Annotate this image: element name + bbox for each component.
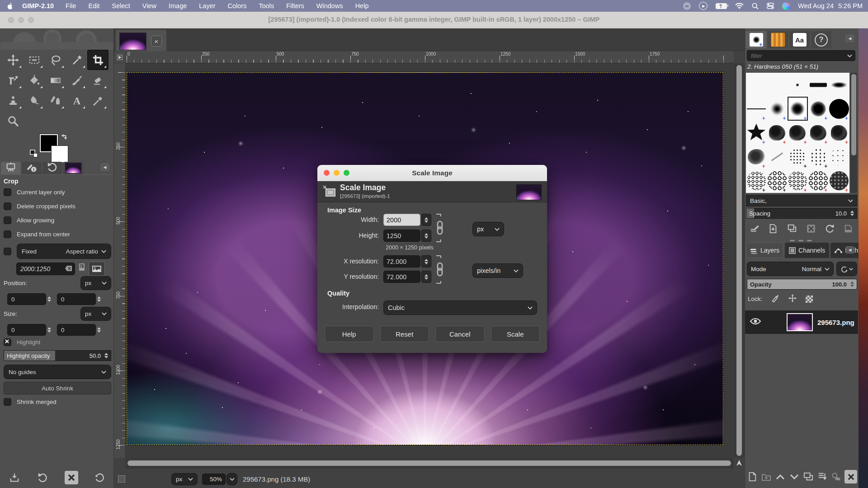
- size-width-stepper[interactable]: [46, 324, 52, 336]
- brush-group-dropdown[interactable]: Basic,: [746, 195, 857, 206]
- crop-tool-button[interactable]: [87, 50, 108, 70]
- spacing-slider[interactable]: Spacing 10.0: [746, 208, 857, 219]
- brush-circle-solid[interactable]: [829, 97, 849, 121]
- lock-position-icon[interactable]: [788, 294, 797, 304]
- resolution-unit-dropdown[interactable]: pixels/in: [472, 263, 523, 278]
- brush-empty[interactable]: [746, 73, 767, 97]
- menu-item-help[interactable]: Help: [355, 2, 369, 9]
- horizontal-ruler[interactable]: 02505007501000125015001750: [126, 51, 734, 63]
- menu-item-view[interactable]: View: [142, 2, 156, 9]
- horizontal-scrollbar-thumb[interactable]: [127, 460, 731, 466]
- resolution-chain-icon[interactable]: [435, 255, 445, 286]
- help-button[interactable]: Help: [325, 326, 374, 342]
- bucket-fill-tool-button[interactable]: [24, 70, 45, 90]
- delete-layer-icon[interactable]: [844, 470, 857, 483]
- play-circle-icon[interactable]: ▶: [699, 2, 708, 10]
- brush-dot-tiny[interactable]: [788, 73, 808, 97]
- lower-layer-icon[interactable]: [788, 470, 800, 483]
- duplicate-layer-icon[interactable]: [802, 470, 814, 483]
- brush-filter-box[interactable]: [747, 50, 855, 61]
- brushes-collapse-icon[interactable]: ◀: [846, 35, 854, 42]
- image-tab-close-icon[interactable]: ×: [151, 36, 162, 47]
- x-resolution-input[interactable]: [383, 255, 420, 267]
- width-stepper[interactable]: [421, 214, 431, 226]
- checkbox-current-layer-only[interactable]: Current layer only: [4, 188, 65, 196]
- tab-undo-history[interactable]: [42, 162, 62, 174]
- save-tool-preset-icon[interactable]: [8, 471, 21, 484]
- vertical-scrollbar[interactable]: [734, 63, 745, 458]
- position-unit-dropdown[interactable]: px: [80, 276, 111, 290]
- position-y-stepper[interactable]: [96, 293, 102, 305]
- menu-item-tools[interactable]: Tools: [259, 2, 274, 9]
- delete-brush-icon[interactable]: [804, 222, 818, 235]
- brush-grid-scrollbar-thumb[interactable]: [851, 74, 856, 155]
- control-center-icon[interactable]: [767, 3, 774, 9]
- lock-pixels-icon[interactable]: [771, 294, 779, 304]
- size-width-input[interactable]: [7, 324, 46, 336]
- menu-item-layer[interactable]: Layer: [199, 2, 215, 9]
- size-height-stepper[interactable]: [96, 324, 102, 336]
- clone-tool-button[interactable]: [2, 90, 24, 111]
- background-color-swatch[interactable]: [52, 146, 68, 162]
- rectangle-select-tool-button[interactable]: [24, 50, 45, 70]
- guides-dropdown[interactable]: No guides: [4, 365, 111, 379]
- position-x-input[interactable]: [7, 293, 46, 305]
- color-picker-tool-button[interactable]: [87, 90, 108, 111]
- opacity-stepper[interactable]: [849, 282, 855, 287]
- restore-tool-preset-icon[interactable]: [36, 471, 50, 484]
- brush-charcoal[interactable]: [788, 121, 808, 145]
- reset-button[interactable]: Reset: [380, 326, 429, 342]
- checkbox-box[interactable]: [4, 216, 11, 224]
- tab-patterns[interactable]: [768, 31, 788, 48]
- edit-brush-icon[interactable]: [748, 222, 761, 235]
- lock-alpha-icon[interactable]: [806, 296, 813, 303]
- brush-filter-input[interactable]: [750, 52, 847, 60]
- fuzzy-select-tool-button[interactable]: [66, 50, 87, 70]
- brush-texture[interactable]: [767, 192, 788, 193]
- brush-speckle[interactable]: [788, 145, 808, 169]
- checkbox-box[interactable]: [4, 230, 11, 238]
- fixed-aspect-dropdown[interactable]: Fixed Aspect ratio: [17, 244, 111, 259]
- menu-item-file[interactable]: File: [66, 2, 76, 9]
- new-layer-icon[interactable]: [746, 470, 758, 483]
- cancel-button[interactable]: Cancel: [435, 326, 485, 342]
- brush-speckle-b[interactable]: [808, 145, 829, 169]
- active-app-name[interactable]: GIMP-2.10: [22, 2, 54, 9]
- brush-ellipse-soft[interactable]: [829, 73, 849, 97]
- size-height-input[interactable]: [57, 324, 96, 336]
- checkbox-box[interactable]: [4, 188, 11, 196]
- position-y-input[interactable]: [57, 293, 96, 305]
- gimp-window-titlebar[interactable]: [295673] (imported)-1.0 (Indexed color 8…: [0, 12, 868, 28]
- x-resolution-stepper[interactable]: [421, 255, 431, 267]
- brush-soft25[interactable]: [767, 97, 788, 121]
- landscape-orientation-button[interactable]: [89, 262, 105, 276]
- aspect-ratio-input[interactable]: [19, 265, 60, 273]
- unit-dropdown[interactable]: px: [472, 222, 504, 236]
- scale-button[interactable]: Scale: [491, 326, 540, 342]
- merge-down-icon[interactable]: [816, 470, 828, 483]
- delete-tool-preset-icon[interactable]: [65, 471, 78, 484]
- brush-scribble[interactable]: [788, 192, 808, 193]
- brush-star[interactable]: [746, 121, 767, 145]
- brush-line-thin[interactable]: [746, 97, 767, 121]
- navigation-button[interactable]: [735, 459, 744, 468]
- dock-grip[interactable]: ▬ ▬ ▬: [745, 237, 858, 242]
- brush-empty[interactable]: [767, 73, 788, 97]
- layer-mode-dropdown[interactable]: Mode Normal: [747, 262, 834, 276]
- vertical-scrollbar-thumb[interactable]: [736, 65, 742, 456]
- brush-chalk[interactable]: [746, 145, 767, 169]
- creative-cloud-icon[interactable]: ∞: [683, 2, 691, 10]
- menu-item-windows[interactable]: Windows: [316, 2, 343, 9]
- search-icon[interactable]: [752, 3, 759, 9]
- horizontal-scrollbar[interactable]: [126, 458, 734, 469]
- default-colors-icon[interactable]: [30, 150, 38, 160]
- wifi-icon[interactable]: [735, 3, 744, 9]
- width-input[interactable]: [383, 214, 420, 226]
- opacity-slider[interactable]: Opacity 100.0: [747, 279, 857, 290]
- menu-bar-clock[interactable]: Wed Aug 24 5:26 PM: [798, 2, 863, 9]
- free-select-tool-button[interactable]: [45, 50, 66, 70]
- checkbox-expand-from-center[interactable]: Expand from center: [4, 230, 70, 238]
- image-tab[interactable]: ×: [116, 30, 166, 51]
- layer-name[interactable]: 295673.png: [817, 319, 854, 326]
- zoom-tool-button[interactable]: [2, 111, 24, 131]
